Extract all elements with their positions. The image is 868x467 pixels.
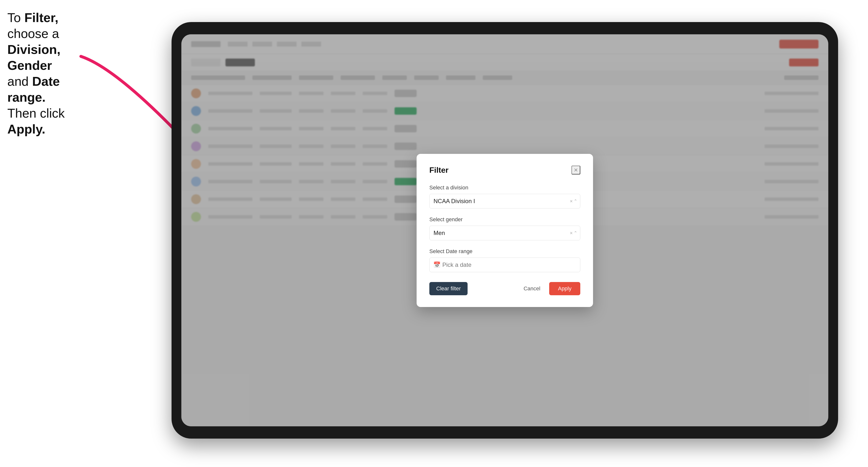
modal-footer: Clear filter Cancel Apply — [429, 282, 580, 295]
instruction-line3: and Date range. — [7, 74, 60, 104]
modal-overlay: Filter × Select a division NCAA Division… — [181, 34, 828, 426]
gender-select-wrapper[interactable]: Men Women × ⌃ — [429, 226, 580, 240]
filter-modal: Filter × Select a division NCAA Division… — [416, 154, 593, 307]
modal-header: Filter × — [429, 166, 580, 175]
gender-chevron-icon[interactable]: ⌃ — [574, 231, 577, 235]
select-icons-gender: × ⌃ — [570, 230, 577, 236]
division-label: Select a division — [429, 185, 580, 191]
chevron-down-icon[interactable]: ⌃ — [574, 199, 577, 204]
modal-footer-right: Cancel Apply — [520, 282, 580, 295]
instruction-line4: Then click Apply. — [7, 106, 65, 136]
division-select[interactable]: NCAA Division I NCAA Division II NCAA Di… — [429, 194, 580, 209]
instruction-text: To Filter, choose a Division, Gender and… — [7, 10, 88, 137]
calendar-icon: 📅 — [433, 261, 441, 268]
clear-filter-button[interactable]: Clear filter — [429, 282, 468, 295]
gender-clear-icon[interactable]: × — [570, 230, 573, 236]
modal-title: Filter — [429, 166, 448, 175]
tablet-frame: Filter × Select a division NCAA Division… — [172, 22, 838, 439]
modal-close-button[interactable]: × — [571, 166, 580, 175]
instruction-bold-division-gender: Division, Gender — [7, 42, 61, 72]
select-clear-icon[interactable]: × — [570, 199, 573, 204]
date-input-wrapper[interactable]: 📅 — [429, 257, 580, 272]
date-range-label: Select Date range — [429, 248, 580, 255]
cancel-button[interactable]: Cancel — [520, 282, 544, 295]
gender-select[interactable]: Men Women — [429, 226, 580, 240]
apply-button[interactable]: Apply — [549, 282, 580, 295]
instruction-line1: To Filter, choose a — [7, 10, 59, 41]
date-form-group: Select Date range 📅 — [429, 248, 580, 272]
division-select-wrapper[interactable]: NCAA Division I NCAA Division II NCAA Di… — [429, 194, 580, 209]
gender-form-group: Select gender Men Women × ⌃ — [429, 216, 580, 240]
select-icons: × ⌃ — [570, 199, 577, 204]
division-form-group: Select a division NCAA Division I NCAA D… — [429, 185, 580, 209]
tablet-screen: Filter × Select a division NCAA Division… — [181, 34, 828, 426]
date-range-input[interactable] — [429, 257, 580, 272]
gender-label: Select gender — [429, 216, 580, 223]
